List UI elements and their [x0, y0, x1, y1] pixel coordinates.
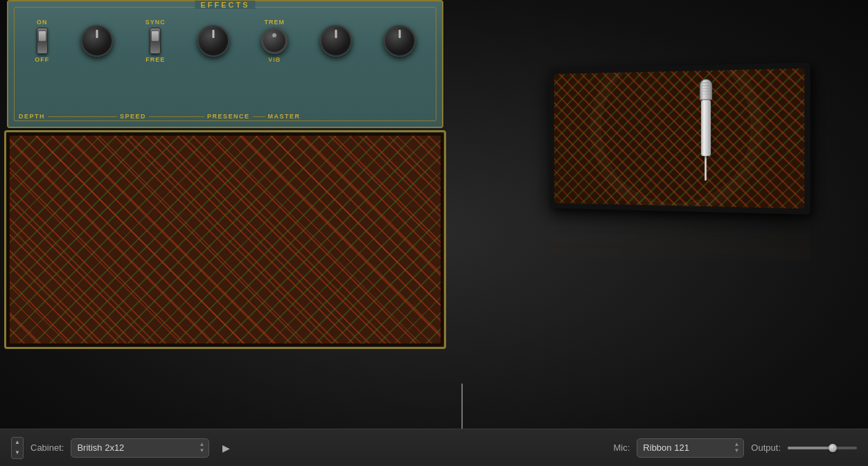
speed-control — [197, 25, 229, 57]
play-button[interactable]: ▶ — [216, 438, 236, 458]
presence-label-seg: PRESENCE — [207, 113, 268, 120]
gold-line-2 — [149, 116, 204, 117]
sync-control: SYNC FREE — [145, 19, 166, 63]
cabinet-value: British 2x12 — [77, 442, 124, 453]
master-knob[interactable] — [384, 25, 416, 57]
trem-control: TREM VIB — [261, 19, 287, 63]
microphone[interactable] — [700, 79, 712, 181]
depth-label-seg: DEPTH — [19, 113, 120, 120]
mic-select-arrows: ▲ ▼ — [734, 442, 739, 454]
master-control — [384, 25, 416, 57]
cabinet-arrow-up: ▲ — [200, 442, 205, 447]
on-off-toggle[interactable] — [37, 28, 48, 54]
cabinet-select-arrows: ▲ ▼ — [200, 442, 205, 454]
cabinet-select[interactable]: British 2x12 ▲ ▼ — [71, 438, 209, 458]
gold-line-1 — [48, 116, 117, 117]
speed-label-seg: SPEED — [120, 113, 207, 120]
effects-label: EFFECTS — [195, 1, 255, 9]
main-speaker-grille — [7, 133, 443, 346]
depth-control — [81, 25, 113, 57]
effects-panel: EFFECTS ON OFF SYNC FREE TREM VIB — [7, 0, 443, 128]
speed-knob[interactable] — [197, 25, 229, 57]
trem-switch[interactable] — [261, 28, 287, 54]
mic-stand — [705, 156, 707, 180]
output-label: Output: — [751, 442, 781, 453]
mic-body — [701, 100, 711, 156]
preset-stepper[interactable]: ▲ ▼ — [11, 437, 24, 459]
mini-cabinet-face — [554, 69, 804, 209]
mic-position-line — [461, 384, 463, 429]
presence-label-text: PRESENCE — [207, 113, 250, 120]
output-slider-container — [788, 447, 857, 449]
output-slider-fill — [788, 447, 833, 449]
output-slider-thumb[interactable] — [829, 444, 837, 452]
off-label: OFF — [35, 56, 49, 63]
cabinet-reflection — [549, 217, 811, 261]
free-label: FREE — [145, 56, 165, 63]
vib-label: VIB — [268, 56, 281, 63]
gold-line-3 — [253, 116, 265, 117]
master-label-seg: MASTER — [268, 113, 301, 120]
mic-arrow-up: ▲ — [734, 442, 739, 447]
trem-label: TREM — [265, 19, 285, 26]
on-off-control: ON OFF — [35, 19, 49, 63]
speed-label-text: SPEED — [120, 113, 146, 120]
output-slider[interactable] — [788, 447, 857, 449]
mic-head — [700, 79, 712, 100]
presence-knob[interactable] — [320, 25, 352, 57]
presence-control — [320, 25, 352, 57]
cabinet-label: Cabinet: — [30, 442, 64, 453]
sync-toggle[interactable] — [150, 28, 161, 54]
stepper-up-button[interactable]: ▲ — [12, 438, 23, 448]
effects-controls: ON OFF SYNC FREE TREM VIB — [19, 19, 432, 63]
bottom-toolbar: ▲ ▼ Cabinet: British 2x12 ▲ ▼ ▶ Mic: Rib… — [0, 429, 868, 466]
sync-label: SYNC — [145, 19, 166, 26]
cabinet-arrow-down: ▼ — [200, 448, 205, 454]
on-label: ON — [37, 19, 48, 26]
depth-label-text: DEPTH — [19, 113, 45, 120]
mic-arrow-down: ▼ — [734, 448, 739, 454]
mic-value: Ribbon 121 — [643, 442, 689, 453]
depth-knob[interactable] — [81, 25, 113, 57]
stepper-down-button[interactable]: ▼ — [12, 448, 23, 458]
mic-label: Mic: — [614, 442, 630, 453]
bottom-gold-labels: DEPTH SPEED PRESENCE MASTER — [19, 113, 432, 120]
mic-select[interactable]: Ribbon 121 ▲ ▼ — [637, 438, 744, 458]
master-label-text: MASTER — [268, 113, 301, 120]
mini-cabinet — [549, 62, 811, 215]
